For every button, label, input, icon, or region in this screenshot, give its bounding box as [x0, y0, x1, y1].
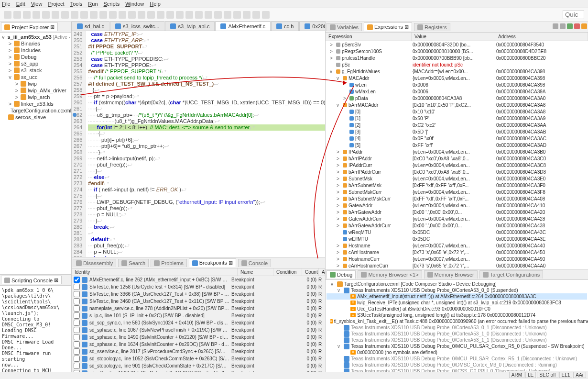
tab-disassembly[interactable]: Disassembly	[73, 259, 116, 267]
expressions-list[interactable]: >pSercSlv0x0000000804F32D0 [bo...0x00000…	[326, 41, 588, 269]
col-count[interactable]: Count	[302, 268, 319, 276]
menu-scripts[interactable]: Scripts	[104, 1, 120, 7]
expression-row[interactable]: [1]0x50 'P'0x00000000804CA3A9	[326, 115, 588, 122]
breakpoint-row[interactable]: sd_scp_sync.c, line 560 (SslvSync1024 + …	[72, 319, 325, 326]
debug-frame[interactable]: Texas Instruments XDS110 USB Debug Probe…	[327, 337, 587, 343]
debug-frame[interactable]: vTexas Instruments XDS110 USB Debug Prob…	[327, 287, 587, 293]
expression-row[interactable]: vbArrMACAddr[0x10 '\x10',0x50 'P',0xC2..…	[326, 101, 588, 108]
breakpoint-row[interactable]: SlvTest.c, line 3366 (CA_UsrCheck127_Tes…	[72, 290, 325, 298]
editor-tab[interactable]: s3_icss_switc...	[110, 22, 164, 31]
breakpoint-row[interactable]: s_ip.c, line 101 (S_IP_Init + 0x2C) [S/W…	[72, 312, 325, 319]
tree-row[interactable]: TargetConfiguration.ccxml	[1, 107, 70, 114]
tab-problems[interactable]: Problems	[151, 259, 186, 267]
breakpoint-row[interactable]: nameplate_service.c, line 278 (AddIdn2NP…	[72, 305, 325, 312]
tab-variables[interactable]: Variables	[327, 23, 362, 31]
breakpoint-row[interactable]: sd_sphase.c, line 1634 (SslvInitCounter …	[72, 341, 325, 348]
expression-row[interactable]: [4]0x0F '\x0f'0x00000000804CA3AC	[326, 135, 588, 142]
col-address[interactable]: Address	[495, 33, 588, 41]
expression-row[interactable]: >bArrIPAddr[0xC0 '\xc0',0xA8 '\xa8',0...…	[326, 155, 588, 162]
tree-row[interactable]: >Binaries	[1, 40, 70, 47]
tab-registers[interactable]: Registers	[414, 23, 450, 31]
tree-row[interactable]: >s3_stack	[1, 67, 70, 74]
breakpoint-row[interactable]: SlvTest.c, line 1258 (UsrCyclicTest + 0x…	[72, 283, 325, 290]
menu-edit[interactable]: Edit	[16, 1, 25, 7]
tree-row[interactable]: >lwip_arch	[1, 94, 70, 100]
col-expression[interactable]: Expression	[326, 33, 412, 41]
tree-row[interactable]: vsx_ucc	[1, 74, 70, 80]
scripting-console-tab[interactable]: Scripting Console ⊠	[1, 276, 62, 284]
tab-expressions[interactable]: Expressions ⊠	[364, 22, 412, 31]
expression-row[interactable]: >IPAddrCurr{wLen=0x0004,wMaxLen...0x0000…	[326, 162, 588, 168]
breakpoints-list[interactable]: AMxEthernetif.c, line 262 (AMx_etherneti…	[72, 276, 325, 372]
quick-access-input[interactable]	[563, 10, 584, 19]
menu-file[interactable]: File	[2, 1, 11, 7]
expression-row[interactable]: vMACAddr{wLen=0x0006,wMaxLen...0x0000000…	[326, 75, 588, 81]
editor-tab[interactable]: s3_lwip_api.c	[165, 22, 215, 31]
expression-row[interactable]: >HostnameCurr{wLen=0x0007,wMaxLen...0x00…	[326, 256, 588, 262]
expression-row[interactable]: [5]0xFF '\xff'0x00000000804CA3AD	[326, 142, 588, 148]
debug-frame[interactable]: ≡ti_sysbios_knl_Task_exit__E() at Task.c…	[327, 318, 587, 324]
debug-stack[interactable]: vTargetConfiguration.ccxml [Code Compose…	[326, 280, 588, 372]
expression-row[interactable]: [0]0x10 '\x10'0x00000000804CA3A8	[326, 108, 588, 115]
tab-debug[interactable]: Debug	[327, 270, 356, 279]
expression-row[interactable]: >bArrGatewAddrCurr[0x00 '.',0x00',0x00',…	[326, 222, 588, 229]
editor-tab[interactable]: cc.h	[271, 22, 299, 31]
expression-row[interactable]: >IPAddr{wLen=0x0004,wMaxLen...0x00000000…	[326, 148, 588, 155]
expression-row[interactable]: >GatewAddrCurr{wLen=0x0004,wMaxLen...0x0…	[326, 215, 588, 222]
debug-tabs[interactable]: DebugMemory Browser <1>Memory BrowserTar…	[326, 269, 588, 280]
expression-row[interactable]: >SubnetMskCurr{wLen=0x0004,wMaxLen...0x0…	[326, 189, 588, 195]
breakpoint-checkbox[interactable]	[74, 284, 80, 290]
expression-row[interactable]: >bArrGatewAddr[0x00 '.',0x00',0x00',0...…	[326, 209, 588, 215]
col-condition[interactable]: Condition	[273, 268, 302, 276]
expression-row[interactable]: >cArrHostname[0x73 's',0x65 'e',0x72 'r'…	[326, 249, 588, 256]
breakpoint-checkbox[interactable]	[74, 320, 80, 326]
editor-tabs[interactable]: sd_hal.cs3_icss_switc...s3_lwip_api.cAMx…	[72, 22, 325, 31]
col-a[interactable]: A	[319, 268, 325, 276]
expression-row[interactable]: >pRegzSercon100S0x0000000008010000 [BS..…	[326, 48, 588, 55]
tree-row[interactable]: vs_iii_am65xx_a53 [Active - D	[1, 33, 70, 40]
breakpoint-checkbox[interactable]	[74, 341, 80, 347]
breakpoint-row[interactable]: sd_stopology.c, line 901 (SslvCheckCommS…	[72, 362, 325, 369]
expression-row[interactable]: >pruIcss1Handle0x00000000700BBB90 [ob...…	[326, 55, 588, 61]
expression-tabs[interactable]: VariablesExpressions ⊠Registers	[326, 22, 588, 33]
tab-memory-browser-<1>[interactable]: Memory Browser <1>	[358, 270, 422, 279]
expression-row[interactable]: >bArrIPAddrCurr[0xC0 '\xc0',0xA8 '\xa8',…	[326, 168, 588, 175]
expression-row[interactable]: >bArrSubnetMsk[0xFF '\xff',0xFF '\xff',0…	[326, 182, 588, 189]
col-identity[interactable]: Identity	[72, 268, 238, 276]
code-editor[interactable]: 2492502512522532542552562572582592602612…	[72, 31, 325, 257]
debug-frame[interactable]: ≡0x00000000 (no symbols are defined)	[327, 349, 587, 356]
debug-frame[interactable]: Texas Instruments XDS110 USB Debug Probe…	[327, 356, 587, 362]
expression-row[interactable]: wReqMTU0x05DC0x00000000804CA43C	[326, 229, 588, 235]
menu-view[interactable]: View	[31, 1, 43, 7]
expression-row[interactable]: >bArrSubnetMskCurr[0xFF '\xff',0xFF '\xf…	[326, 195, 588, 202]
breakpoint-checkbox[interactable]	[74, 334, 80, 340]
breakpoint-row[interactable]: sd_stopology.c, line 1052 (SslvCheckComm…	[72, 355, 325, 362]
breakpoint-checkbox[interactable]	[74, 327, 80, 333]
tab-search[interactable]: Search	[118, 259, 149, 267]
expression-row[interactable]: wEffMTU0x05DC0x00000000804CA43E	[326, 235, 588, 242]
expression-row[interactable]: >Hostname{wLen=0x0007,wMaxLen...0x000000…	[326, 242, 588, 249]
expression-row[interactable]: >pSercSlv0x0000000804F32D0 [bo...0x00000…	[326, 41, 588, 48]
project-tree[interactable]: vs_iii_am65xx_a53 [Active - D>Binaries>I…	[0, 33, 71, 274]
breakpoint-row[interactable]: sd_sphase.c, line 1067 (SslvNewPhaseFini…	[72, 326, 325, 334]
expression-row[interactable]: >cArrHostnameCurr[0x73 's',0x65 'e',0x72…	[326, 262, 588, 269]
menu-tools[interactable]: Tools	[70, 1, 83, 7]
tree-row[interactable]: >s3_app	[1, 60, 70, 67]
debug-frame[interactable]: vTexas Instruments XDS110 USB Debug Prob…	[327, 343, 587, 349]
editor-tab[interactable]: sd_hal.c	[72, 22, 109, 31]
expression-row[interactable]: wLen0x00060x00000000804CA398	[326, 81, 588, 88]
menu-help[interactable]: Help	[150, 1, 161, 7]
tree-row[interactable]: sercos_slave	[1, 114, 70, 121]
breakpoint-checkbox[interactable]	[74, 305, 80, 312]
breakpoint-checkbox[interactable]	[74, 370, 80, 372]
tab-console[interactable]: Console	[238, 259, 271, 267]
expression-row[interactable]: wMaxLen0x00060x00000000804CA39A	[326, 88, 588, 95]
tree-row[interactable]: >Includes	[1, 47, 70, 54]
menu-run[interactable]: Run	[88, 1, 98, 7]
breakpoint-row[interactable]: AMxEthernetif.c, line 262 (AMx_etherneti…	[72, 276, 325, 283]
project-explorer-tab[interactable]: Project Explorer ⊠	[1, 22, 58, 31]
col-name[interactable]: Name	[238, 268, 273, 276]
tab-breakpoints[interactable]: Breakpoints ⊠	[189, 258, 236, 267]
debug-frame[interactable]: Texas Instruments XDS110 USB Debug Probe…	[327, 331, 587, 337]
expression-row[interactable]: >GatewAddr{wLen=0x0004,wMaxLen...0x00000…	[326, 202, 588, 209]
